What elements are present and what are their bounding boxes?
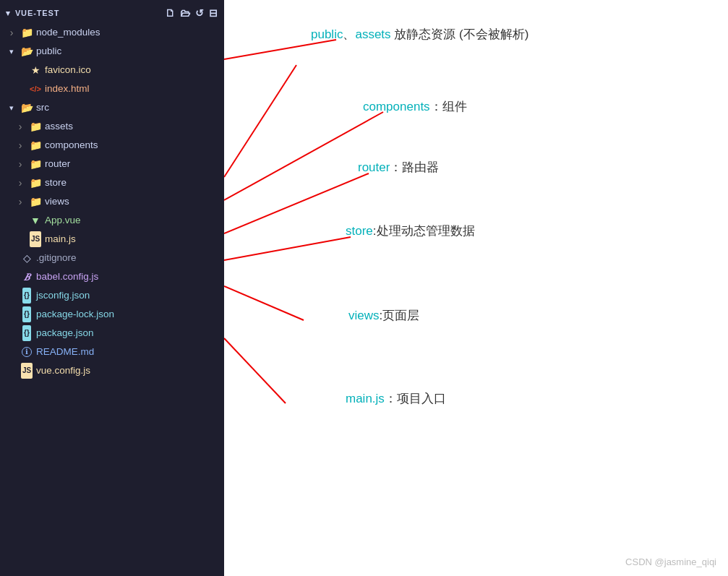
refresh-icon[interactable]: ↺ — [195, 7, 205, 19]
chevron-icon — [14, 119, 26, 134]
tree-item-public[interactable]: ▾ 📂 public — [0, 42, 224, 61]
tree-item-label: components — [45, 137, 224, 153]
chevron-icon: ▾ — [6, 43, 17, 59]
tree-item-package-json[interactable]: {} package.json — [0, 324, 224, 343]
tree-item-gitignore[interactable]: ◇ .gitignore — [0, 249, 224, 267]
tree-item-label: README.md — [36, 344, 224, 360]
tree-item-label: views — [45, 194, 224, 210]
json-icon: {} — [20, 325, 33, 341]
project-name: VUE-TEST — [15, 9, 161, 17]
folder-icon: 📁 — [29, 119, 42, 134]
tree-item-router[interactable]: 📁 router — [0, 155, 224, 173]
tree-item-assets[interactable]: 📁 assets — [0, 117, 224, 136]
tree-item-app-vue[interactable]: ▼ App.vue — [0, 211, 224, 230]
tree-item-src[interactable]: ▾ 📂 src — [0, 98, 224, 117]
chevron-icon — [14, 156, 26, 172]
tree-item-label: index.html — [45, 81, 224, 97]
svg-line-6 — [224, 338, 286, 403]
svg-line-1 — [224, 65, 296, 177]
tree-item-label: package.json — [36, 325, 224, 341]
svg-line-5 — [224, 286, 304, 320]
tree-item-label: package-lock.json — [36, 306, 224, 322]
star-icon: ★ — [29, 62, 42, 78]
tree-item-package-lock[interactable]: {} package-lock.json — [0, 305, 224, 324]
watermark: CSDN @jasmine_qiqi — [625, 556, 716, 567]
json-icon: {} — [20, 306, 33, 322]
tree-item-label: public — [36, 43, 224, 59]
annotation-views: views:页面层 — [348, 307, 419, 324]
chevron-icon — [14, 137, 26, 153]
svg-line-0 — [224, 40, 336, 59]
folder-icon: 📁 — [29, 175, 42, 191]
tree-item-label: babel.config.js — [36, 269, 224, 285]
tree-item-favicon[interactable]: ★ favicon.ico — [0, 61, 224, 79]
chevron-icon — [6, 25, 17, 40]
tree-item-label: router — [45, 156, 224, 172]
vue-icon: ▼ — [29, 212, 42, 228]
json-icon: {} — [20, 288, 33, 304]
annotation-router: router：路由器 — [358, 159, 439, 176]
js-icon: JS — [20, 363, 33, 379]
svg-line-4 — [224, 237, 351, 260]
tree-item-label: .gitignore — [36, 250, 224, 266]
tree-item-views[interactable]: 📁 views — [0, 192, 224, 211]
folder-icon: 📁 — [29, 137, 42, 153]
folder-open-icon: 📂 — [20, 100, 33, 116]
svg-line-2 — [224, 112, 383, 200]
annotation-text: public、assets 放静态资源 (不会被解析) — [311, 26, 528, 43]
header-icons: 🗋 🗁 ↺ ⊟ — [165, 7, 218, 19]
chevron-icon: ▾ — [6, 100, 17, 116]
annotation-store: store:处理动态管理数据 — [346, 223, 475, 239]
new-file-icon[interactable]: 🗋 — [165, 7, 176, 19]
tree-item-label: App.vue — [45, 212, 224, 228]
readme-icon: ℹ — [20, 347, 33, 357]
tree-item-jsconfig[interactable]: {} jsconfig.json — [0, 286, 224, 305]
annotation-text: router：路由器 — [358, 159, 439, 176]
folder-icon: 📁 — [29, 194, 42, 210]
html-icon: </> — [29, 81, 42, 97]
annotation-public-assets: public、assets 放静态资源 (不会被解析) — [311, 26, 528, 43]
annotation-main-js: main.js：项目入口 — [346, 390, 446, 407]
babel-icon: 𝐵 — [20, 269, 33, 285]
tree-item-label: favicon.ico — [45, 62, 224, 78]
tree-item-label: jsconfig.json — [36, 288, 224, 304]
tree-item-node-modules[interactable]: 📁 node_modules — [0, 23, 224, 42]
explorer-header: ▾ VUE-TEST 🗋 🗁 ↺ ⊟ — [0, 3, 224, 23]
tree-item-vue-config[interactable]: JS vue.config.js — [0, 361, 224, 380]
tree-item-label: main.js — [45, 231, 224, 247]
tree-item-components[interactable]: 📁 components — [0, 136, 224, 155]
file-explorer-sidebar: ▾ VUE-TEST 🗋 🗁 ↺ ⊟ 📁 node_modules ▾ 📂 pu… — [0, 0, 224, 576]
git-icon: ◇ — [20, 250, 33, 266]
tree-item-store[interactable]: 📁 store — [0, 173, 224, 192]
main-content-panel: public、assets 放静态资源 (不会被解析) components：组… — [224, 0, 728, 576]
tree-item-readme[interactable]: ℹ README.md — [0, 343, 224, 361]
collapse-icon[interactable]: ⊟ — [209, 7, 218, 19]
folder-open-icon: 📂 — [20, 43, 33, 59]
new-folder-icon[interactable]: 🗁 — [180, 7, 191, 19]
tree-item-main-js[interactable]: JS main.js — [0, 230, 224, 249]
annotation-text: components：组件 — [363, 98, 467, 115]
explorer-chevron: ▾ — [6, 9, 11, 18]
folder-icon: 📁 — [20, 25, 33, 40]
tree-item-label: src — [36, 100, 224, 116]
tree-item-label: node_modules — [36, 25, 224, 40]
chevron-icon — [14, 194, 26, 210]
folder-icon: 📁 — [29, 156, 42, 172]
annotation-text: store:处理动态管理数据 — [346, 223, 475, 239]
tree-item-index-html[interactable]: </> index.html — [0, 79, 224, 98]
chevron-icon — [14, 175, 26, 191]
annotation-components: components：组件 — [363, 98, 467, 115]
annotation-text: views:页面层 — [348, 307, 419, 324]
tree-item-babel-config[interactable]: 𝐵 babel.config.js — [0, 267, 224, 286]
js-icon: JS — [29, 231, 42, 247]
annotation-arrows — [224, 0, 728, 576]
annotation-text: main.js：项目入口 — [346, 390, 446, 407]
tree-item-label: assets — [45, 119, 224, 134]
tree-item-label: vue.config.js — [36, 363, 224, 379]
tree-item-label: store — [45, 175, 224, 191]
